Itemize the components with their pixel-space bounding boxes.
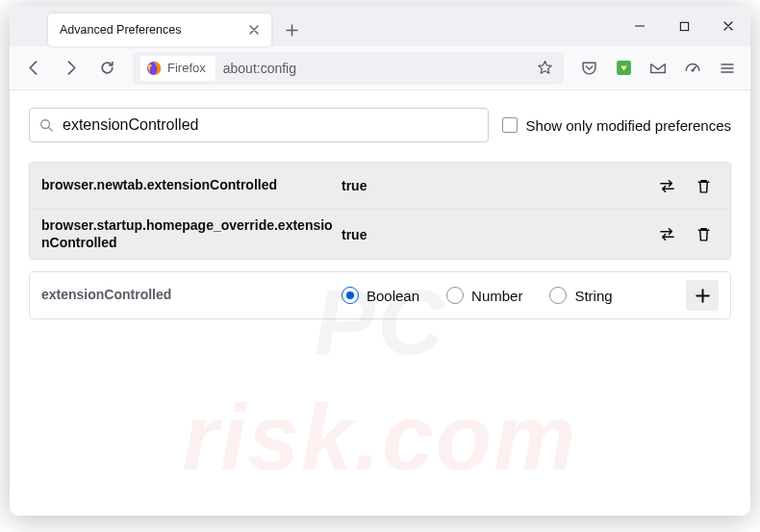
radio-boolean[interactable]: Boolean: [342, 287, 419, 304]
show-modified-label: Show only modified preferences: [526, 117, 731, 134]
pref-row: browser.newtab.extensionControlled true: [30, 163, 730, 210]
pref-value: true: [342, 227, 646, 242]
new-pref-row-container: extensionControlled Boolean Number Strin…: [29, 271, 731, 319]
identity-box[interactable]: Firefox: [140, 56, 215, 81]
search-icon: [39, 118, 54, 133]
pref-list: browser.newtab.extensionControlled true …: [29, 162, 731, 260]
url-text: about:config: [223, 61, 523, 76]
search-input[interactable]: [63, 116, 478, 134]
toggle-button[interactable]: [651, 170, 682, 201]
firefox-icon: [146, 61, 162, 76]
radio-label: Number: [471, 288, 522, 304]
radio-icon: [549, 287, 567, 304]
radio-label: String: [574, 288, 612, 304]
dashboard-icon[interactable]: [677, 53, 708, 84]
pocket-icon[interactable]: [573, 53, 604, 84]
titlebar: Advanced Preferences: [10, 6, 750, 46]
minimize-button[interactable]: [618, 12, 662, 40]
tab-strip: Advanced Preferences: [10, 6, 618, 46]
identity-label: Firefox: [167, 61, 206, 75]
bookmark-star-icon[interactable]: [531, 55, 558, 82]
radio-icon: [446, 287, 464, 304]
hamburger-menu-icon[interactable]: [712, 53, 743, 84]
checkbox-box-icon: [502, 117, 518, 133]
back-button[interactable]: [17, 52, 50, 85]
delete-button[interactable]: [688, 219, 719, 250]
pref-name: browser.newtab.extensionControlled: [41, 177, 336, 194]
delete-button[interactable]: [688, 170, 719, 201]
new-pref-name: extensionControlled: [41, 287, 336, 304]
pref-value: true: [342, 178, 646, 193]
radio-label: Boolean: [367, 288, 419, 304]
browser-tab[interactable]: Advanced Preferences: [48, 13, 271, 46]
mail-icon[interactable]: [643, 53, 673, 84]
extension-icon[interactable]: [608, 53, 639, 84]
toggle-button[interactable]: [651, 219, 682, 250]
new-tab-button[interactable]: [277, 15, 306, 44]
pref-search-box[interactable]: [29, 108, 489, 142]
show-modified-checkbox[interactable]: Show only modified preferences: [502, 117, 731, 134]
pref-row: browser.startup.homepage_override.extens…: [30, 210, 730, 259]
reload-button[interactable]: [90, 52, 123, 85]
content-area: Show only modified preferences browser.n…: [10, 90, 750, 516]
address-bar[interactable]: Firefox about:config: [133, 52, 564, 85]
window-close-button[interactable]: [706, 12, 750, 40]
add-pref-button[interactable]: [686, 280, 719, 311]
radio-number[interactable]: Number: [446, 287, 522, 304]
forward-button[interactable]: [54, 52, 87, 85]
type-radio-group: Boolean Number String: [342, 287, 680, 304]
svg-rect-0: [680, 22, 688, 30]
maximize-button[interactable]: [662, 12, 706, 40]
window-controls: [618, 6, 750, 46]
close-icon[interactable]: [245, 22, 262, 38]
radio-icon: [342, 287, 359, 304]
nav-toolbar: Firefox about:config: [10, 46, 750, 90]
radio-string[interactable]: String: [549, 287, 612, 304]
pref-name: browser.startup.homepage_override.extens…: [41, 217, 336, 251]
new-pref-row: extensionControlled Boolean Number Strin…: [30, 272, 730, 318]
tab-title: Advanced Preferences: [60, 23, 238, 37]
